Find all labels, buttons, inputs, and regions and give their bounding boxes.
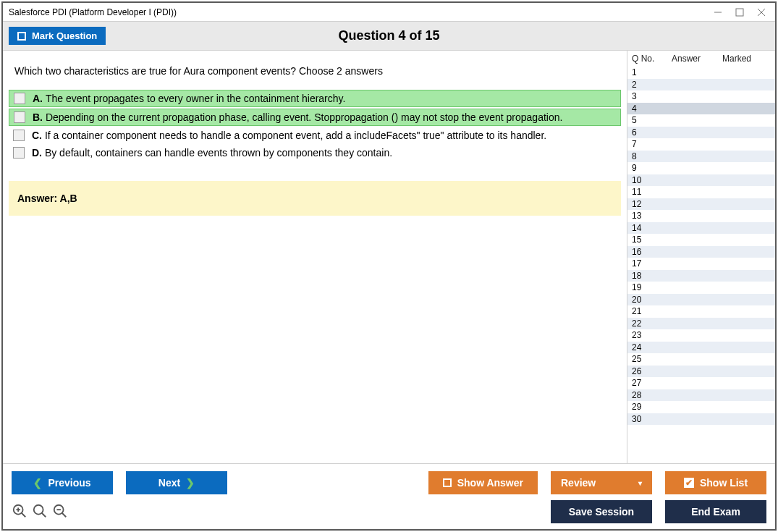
question-row[interactable]: 21	[627, 305, 775, 318]
question-row[interactable]: 30	[627, 413, 775, 426]
row-qno: 23	[632, 329, 672, 342]
list-body[interactable]: 1234567891011121314151617181920212223242…	[627, 67, 775, 463]
question-row[interactable]: 20	[627, 294, 775, 306]
question-row[interactable]: 17	[627, 258, 775, 270]
option-checkbox[interactable]	[14, 111, 25, 123]
question-row[interactable]: 15	[627, 234, 775, 246]
row-marked	[722, 210, 771, 222]
option-text: A. The event propagates to every owner i…	[33, 93, 345, 104]
row-marked	[722, 186, 771, 198]
minimize-icon[interactable]	[707, 4, 729, 21]
header: Mark Question Question 4 of 15	[3, 22, 775, 51]
row-qno: 24	[632, 342, 672, 354]
row-qno: 3	[632, 90, 672, 103]
save-session-label: Save Session	[569, 506, 634, 518]
answer-box: Answer: A,B	[9, 181, 621, 216]
question-row[interactable]: 3	[627, 90, 775, 103]
row-qno: 1	[632, 67, 672, 79]
row-answer	[672, 329, 722, 342]
zoom-icon[interactable]	[32, 503, 48, 521]
option-row[interactable]: B. Depending on the current propagation …	[9, 109, 621, 126]
row-answer	[672, 353, 722, 366]
close-icon[interactable]	[750, 4, 772, 21]
show-list-label: Show List	[700, 477, 748, 489]
question-row[interactable]: 13	[627, 210, 775, 222]
question-row[interactable]: 9	[627, 162, 775, 174]
row-answer	[672, 79, 722, 91]
row-qno: 2	[632, 79, 672, 91]
question-row[interactable]: 11	[627, 186, 775, 198]
question-row[interactable]: 29	[627, 401, 775, 413]
row-qno: 19	[632, 282, 672, 294]
row-answer	[672, 67, 722, 79]
row-answer	[672, 90, 722, 103]
question-row[interactable]: 26	[627, 366, 775, 378]
footer-row-2: Save Session End Exam	[12, 500, 766, 523]
end-exam-button[interactable]: End Exam	[665, 500, 766, 523]
save-session-button[interactable]: Save Session	[551, 500, 652, 523]
row-marked	[722, 222, 771, 235]
body: Which two characteristics are true for A…	[3, 51, 775, 463]
option-text: B. Depending on the current propagation …	[33, 111, 562, 123]
question-row[interactable]: 22	[627, 318, 775, 330]
option-checkbox[interactable]	[14, 93, 25, 104]
row-marked	[722, 294, 771, 306]
question-row[interactable]: 14	[627, 222, 775, 235]
question-row[interactable]: 8	[627, 151, 775, 163]
question-row[interactable]: 27	[627, 377, 775, 389]
review-button[interactable]: Review ▾	[551, 471, 652, 494]
main-panel: Which two characteristics are true for A…	[3, 51, 627, 463]
question-row[interactable]: 2	[627, 79, 775, 91]
row-answer	[672, 305, 722, 318]
row-marked	[722, 90, 771, 103]
question-row[interactable]: 5	[627, 114, 775, 127]
row-answer	[672, 174, 722, 187]
row-qno: 6	[632, 127, 672, 139]
mark-question-button[interactable]: Mark Question	[9, 27, 106, 45]
row-marked	[722, 198, 771, 211]
maximize-icon[interactable]	[729, 4, 750, 21]
question-row[interactable]: 25	[627, 353, 775, 366]
option-checkbox[interactable]	[13, 147, 25, 159]
footer-row-1: ❮ Previous Next ❯ Show Answer Review ▾ ✔…	[12, 471, 766, 494]
previous-button[interactable]: ❮ Previous	[12, 471, 113, 494]
question-row[interactable]: 23	[627, 329, 775, 342]
end-exam-label: End Exam	[691, 506, 740, 518]
option-checkbox[interactable]	[13, 130, 25, 141]
svg-line-11	[62, 512, 67, 517]
zoom-in-icon[interactable]	[12, 503, 28, 521]
window-title: Salesforce PDI (Platform Developer I (PD…	[6, 7, 707, 17]
question-row[interactable]: 16	[627, 246, 775, 258]
question-row[interactable]: 10	[627, 174, 775, 187]
row-marked	[722, 305, 771, 318]
question-list-panel: Q No. Answer Marked 12345678910111213141…	[627, 51, 775, 463]
question-row[interactable]: 19	[627, 282, 775, 294]
question-row[interactable]: 1	[627, 67, 775, 79]
mark-label: Mark Question	[32, 30, 97, 41]
question-row[interactable]: 7	[627, 138, 775, 151]
row-answer	[672, 127, 722, 139]
option-row[interactable]: C. If a container component needs to han…	[9, 127, 621, 143]
row-qno: 10	[632, 174, 672, 187]
question-row[interactable]: 6	[627, 127, 775, 139]
question-row[interactable]: 28	[627, 389, 775, 402]
row-marked	[722, 366, 771, 378]
svg-line-9	[42, 512, 46, 517]
question-row[interactable]: 18	[627, 270, 775, 282]
show-list-button[interactable]: ✔ Show List	[665, 471, 766, 494]
row-marked	[722, 401, 771, 413]
options-list: A. The event propagates to every owner i…	[9, 90, 621, 162]
show-answer-button[interactable]: Show Answer	[428, 471, 538, 494]
option-row[interactable]: D. By default, containers can handle eve…	[9, 145, 621, 161]
row-qno: 16	[632, 246, 672, 258]
row-marked	[722, 127, 771, 139]
next-button[interactable]: Next ❯	[126, 471, 227, 494]
option-row[interactable]: A. The event propagates to every owner i…	[9, 90, 621, 107]
row-qno: 11	[632, 186, 672, 198]
question-row[interactable]: 12	[627, 198, 775, 211]
row-qno: 5	[632, 114, 672, 127]
chevron-down-icon: ▾	[638, 479, 642, 487]
question-row[interactable]: 4	[627, 103, 775, 115]
zoom-out-icon[interactable]	[52, 503, 68, 521]
question-row[interactable]: 24	[627, 342, 775, 354]
